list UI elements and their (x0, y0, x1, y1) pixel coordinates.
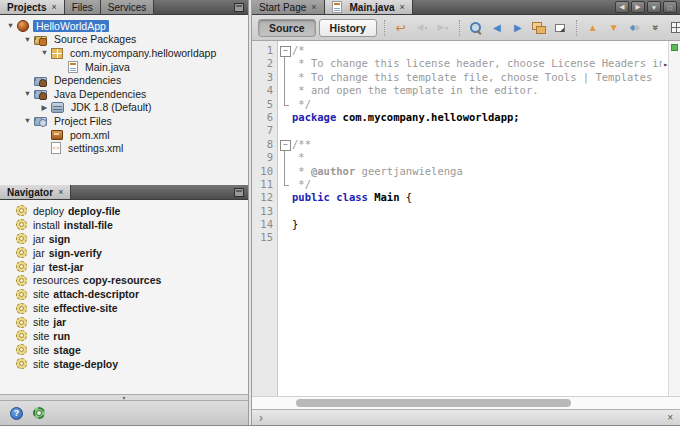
tab-files[interactable]: Files (65, 0, 101, 14)
tab-label: Files (72, 2, 93, 13)
code-line[interactable]: /** (278, 138, 668, 151)
close-icon[interactable]: × (400, 2, 405, 12)
maximize-window-button[interactable]: □ (663, 1, 677, 13)
horizontal-scrollbar[interactable] (252, 396, 680, 409)
tab-list-dropdown-button[interactable]: ▼ (647, 1, 661, 13)
scroll-tabs-left-button[interactable]: ◀ (615, 1, 629, 13)
source-view-button[interactable]: Source (258, 19, 316, 37)
navigator-item-site-attach-descriptor[interactable]: siteattach-descriptor (0, 287, 248, 301)
tree-node-java-dependencies[interactable]: ▼Java Dependencies (0, 87, 248, 101)
code-line[interactable] (278, 124, 668, 137)
tab-start-page[interactable]: Start Page× (252, 0, 325, 14)
breadcrumb-close-icon[interactable]: × (667, 412, 673, 423)
tree-node-helloworldapp[interactable]: ▼HelloWorldApp (0, 19, 248, 33)
code-fold-icon[interactable] (278, 138, 292, 151)
navigator-item-deploy-deploy-file[interactable]: deploydeploy-file (0, 204, 248, 218)
collapse-arrow-icon[interactable]: ▼ (21, 33, 34, 46)
collapse-arrow-icon[interactable]: ▼ (4, 19, 17, 32)
collapse-arrow-icon[interactable]: ▼ (38, 46, 51, 59)
fold-guide (278, 218, 292, 231)
code-segment: /** (292, 138, 311, 151)
tab-services[interactable]: Services (101, 0, 154, 14)
tree-node-label: com.mycompany.helloworldapp (67, 47, 219, 59)
find-next-occurrence-icon[interactable]: ▶ (509, 19, 527, 36)
code-line[interactable]: } (278, 218, 668, 231)
navigator-item-site-effective-site[interactable]: siteeffective-site (0, 301, 248, 315)
error-stripe[interactable] (668, 41, 680, 396)
tree-node-label: Project Files (51, 115, 115, 127)
tree-node-dependencies[interactable]: Dependencies (0, 73, 248, 87)
tab-navigator[interactable]: Navigator × (0, 185, 71, 199)
toggle-highlight-search-icon[interactable] (530, 19, 548, 36)
scrollbar-thumb[interactable] (296, 399, 571, 407)
navigator-splitter[interactable]: ▾ (0, 394, 248, 401)
minimize-window-group-button[interactable] (234, 3, 244, 12)
tab-navigator-label: Navigator (7, 187, 53, 198)
fold-guide (278, 205, 292, 218)
find-selection-icon[interactable] (467, 19, 485, 36)
navigator-item-jar-test-jar[interactable]: jartest-jar (0, 260, 248, 274)
code-line[interactable] (278, 231, 668, 244)
options-gear-icon[interactable] (33, 407, 45, 419)
navigator-item-install-install-file[interactable]: installinstall-file (0, 218, 248, 232)
tree-node-com-mycompany-helloworldapp[interactable]: ▼com.mycompany.helloworldapp (0, 46, 248, 60)
goal-gear-icon (16, 358, 27, 369)
navigator-item-jar-sign[interactable]: jarsign (0, 232, 248, 246)
code-line[interactable]: * To change this license header, choose … (278, 57, 668, 70)
navigator-item-site-jar[interactable]: sitejar (0, 315, 248, 329)
history-view-button[interactable]: History (319, 19, 377, 37)
scroll-tabs-right-button[interactable]: ▶ (631, 1, 645, 13)
code-segment: @author (311, 165, 355, 178)
close-icon[interactable]: × (58, 187, 63, 197)
close-icon[interactable]: × (311, 2, 316, 12)
toggle-bookmark-icon[interactable]: ◆◆ (626, 19, 644, 36)
last-edit-icon[interactable]: ↩ (392, 19, 410, 36)
code-line[interactable]: * @author geertjanwielenga (278, 165, 668, 178)
breadcrumb-bar: › × (252, 409, 680, 425)
more-actions-icon[interactable]: » (647, 19, 665, 36)
code-line[interactable] (278, 205, 668, 218)
goal-name: run (53, 330, 70, 342)
code-line[interactable]: * To change this template file, choose T… (278, 71, 668, 84)
code-segment: * and open the template in the editor. (292, 84, 539, 97)
navigator-item-site-stage-deploy[interactable]: sitestage-deploy (0, 357, 248, 371)
tree-node-project-files[interactable]: ▼Project Files (0, 114, 248, 128)
code-fold-icon[interactable] (278, 44, 292, 57)
code-line[interactable]: package com.mycompany.helloworldapp; (278, 111, 668, 124)
code-segment: { (406, 191, 412, 204)
previous-bookmark-icon[interactable]: ▲ (584, 19, 602, 36)
minimize-window-group-button[interactable] (234, 188, 244, 197)
tab-label: Projects (7, 2, 46, 13)
code-editor[interactable]: 123456789101112131415 /* * To change thi… (252, 41, 680, 396)
code-line[interactable]: /* (278, 44, 668, 57)
navigator-item-resources-copy-resources[interactable]: resourcescopy-resources (0, 273, 248, 287)
select-rectangular-icon[interactable] (551, 19, 569, 36)
collapse-arrow-icon[interactable]: ▼ (21, 87, 34, 100)
tab-main-java[interactable]: Main.java× (325, 0, 413, 14)
tree-node-pom-xml[interactable]: pom.xml (0, 128, 248, 142)
code-segment: } (292, 218, 298, 231)
next-bookmark-icon[interactable]: ▼ (605, 19, 623, 36)
find-previous-occurrence-icon[interactable]: ◀ (488, 19, 506, 36)
navigator-item-jar-sign-verify[interactable]: jarsign-verify (0, 246, 248, 260)
code-line[interactable]: * and open the template in the editor. (278, 84, 668, 97)
tree-node-main-java[interactable]: Main.java (0, 60, 248, 74)
tree-node-label: Main.java (82, 61, 133, 73)
tree-node-settings-xml[interactable]: settings.xml (0, 141, 248, 155)
expand-arrow-icon[interactable]: ▶ (38, 101, 51, 114)
code-line[interactable]: */ (278, 98, 668, 111)
breadcrumb-chevron-icon[interactable]: › (259, 412, 263, 424)
code-line[interactable]: public class Main { (278, 191, 668, 204)
navigator-item-site-run[interactable]: siterun (0, 329, 248, 343)
close-icon[interactable]: × (51, 2, 56, 12)
tree-node-jdk-1-8-default[interactable]: ▶JDK 1.8 (Default) (0, 101, 248, 115)
code-line[interactable]: */ (278, 178, 668, 191)
navigator-item-site-stage[interactable]: sitestage (0, 343, 248, 357)
tree-node-source-packages[interactable]: ▼Source Packages (0, 33, 248, 47)
split-document-icon[interactable] (668, 19, 680, 36)
tab-projects[interactable]: Projects× (0, 0, 65, 14)
code-segment: public class (292, 191, 368, 204)
help-icon[interactable]: ? (10, 407, 23, 420)
collapse-arrow-icon[interactable]: ▼ (21, 114, 34, 127)
code-line[interactable]: * (278, 151, 668, 164)
